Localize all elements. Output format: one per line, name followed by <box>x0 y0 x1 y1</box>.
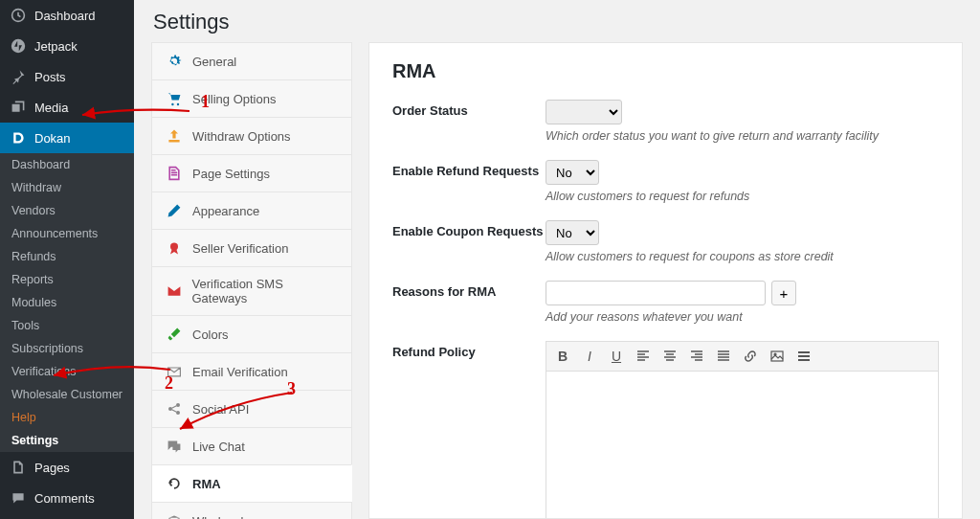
sub-refunds[interactable]: Refunds <box>0 245 134 268</box>
nav-jetpack[interactable]: Jetpack <box>0 31 134 61</box>
box-icon <box>166 512 183 519</box>
panel-heading: RMA <box>392 60 939 82</box>
tab-label: Colors <box>192 327 229 342</box>
bold-button[interactable]: B <box>552 346 573 367</box>
refund-policy-editor: B I U <box>546 341 939 519</box>
italic-button[interactable]: I <box>579 346 600 367</box>
tab-label: Selling Options <box>192 92 276 106</box>
sub-withdraw[interactable]: Withdraw <box>0 176 134 199</box>
tab-label: Email Verification <box>192 365 288 379</box>
sub-announcements[interactable]: Announcements <box>0 222 134 245</box>
svg-rect-10 <box>798 351 810 353</box>
page-icon <box>166 165 183 182</box>
tab-label: Verification SMS Gateways <box>192 277 339 305</box>
image-button[interactable] <box>767 346 788 367</box>
nav-label: Media <box>34 101 68 115</box>
coupon-desc: Allow customers to request for coupons a… <box>546 250 939 263</box>
tab-label: Withdraw Options <box>192 129 291 144</box>
chat-icon <box>166 438 183 455</box>
sub-modules[interactable]: Modules <box>0 291 134 314</box>
svg-point-7 <box>176 411 180 415</box>
dashboard-icon <box>10 7 27 24</box>
settings-panel: RMA Order Status Which order status you … <box>368 42 963 519</box>
cart-icon <box>166 90 183 107</box>
content-area: Settings General Selling Options Withdra… <box>134 0 980 519</box>
upload-icon <box>166 127 183 145</box>
tab-colors[interactable]: Colors <box>151 315 352 352</box>
sub-dashboard[interactable]: Dashboard <box>0 153 134 176</box>
sub-wholesale-customer[interactable]: Wholesale Customer <box>0 383 134 406</box>
sub-settings[interactable]: Settings <box>0 429 134 452</box>
svg-rect-11 <box>798 355 810 357</box>
align-center-button[interactable] <box>659 346 680 367</box>
nav-dokan[interactable]: Dokan <box>0 123 134 153</box>
order-status-select[interactable] <box>546 100 622 124</box>
settings-tabs: General Selling Options Withdraw Options… <box>151 42 352 519</box>
sub-reports[interactable]: Reports <box>0 268 134 291</box>
brush-icon <box>166 326 183 343</box>
tab-social-api[interactable]: Social API <box>151 390 352 427</box>
label-enable-coupon: Enable Coupon Requests <box>392 220 546 238</box>
align-right-button[interactable] <box>686 346 707 367</box>
share-icon <box>166 400 183 417</box>
nav-label: Dashboard <box>34 9 96 23</box>
nav-posts[interactable]: Posts <box>0 61 134 92</box>
sub-help[interactable]: Help <box>0 406 134 429</box>
tab-appearance[interactable]: Appearance <box>151 192 352 229</box>
refund-desc: Allow customers to request for refunds <box>546 190 939 203</box>
wp-admin-sidebar: Dashboard Jetpack Posts Media Dokan Dash… <box>0 0 134 519</box>
nav-dashboard[interactable]: Dashboard <box>0 0 134 31</box>
tab-withdraw[interactable]: Withdraw Options <box>151 117 352 154</box>
page-title: Settings <box>134 0 980 42</box>
align-justify-button[interactable] <box>713 346 734 367</box>
svg-point-1 <box>11 39 25 53</box>
label-refund-policy: Refund Policy <box>392 341 546 359</box>
sub-tools[interactable]: Tools <box>0 314 134 337</box>
nav-label: Dokan <box>34 131 71 146</box>
tab-rma[interactable]: RMA <box>151 464 352 502</box>
tab-label: Seller Verification <box>192 241 288 256</box>
tab-label: Social API <box>192 402 249 417</box>
dokan-submenu: Dashboard Withdraw Vendors Announcements… <box>0 153 134 452</box>
more-button[interactable] <box>793 346 814 367</box>
editor-body[interactable] <box>546 372 938 519</box>
tab-page[interactable]: Page Settings <box>151 154 352 192</box>
mail-icon <box>166 282 183 300</box>
enable-refund-select[interactable]: No <box>546 160 599 185</box>
tab-sms-gateway[interactable]: Verification SMS Gateways <box>151 266 352 315</box>
undo-icon <box>166 475 183 492</box>
nav-label: Comments <box>34 491 95 506</box>
nav-woocommerce[interactable]: wooWooCommerce <box>0 513 134 519</box>
add-reason-button[interactable]: + <box>771 281 796 305</box>
nav-label: Posts <box>34 70 66 84</box>
enable-coupon-select[interactable]: No <box>546 220 599 245</box>
editor-toolbar: B I U <box>546 342 938 372</box>
reason-input[interactable] <box>546 281 766 305</box>
underline-button[interactable]: U <box>606 346 627 367</box>
tab-label: Appearance <box>192 204 259 218</box>
tab-email-verification[interactable]: Email Verification <box>151 352 352 390</box>
pages-icon <box>10 459 27 476</box>
tab-label: RMA <box>192 477 221 491</box>
nav-media[interactable]: Media <box>0 92 134 123</box>
tab-selling[interactable]: Selling Options <box>151 79 352 117</box>
tab-live-chat[interactable]: Live Chat <box>151 427 352 464</box>
sub-subscriptions[interactable]: Subscriptions <box>0 337 134 360</box>
tab-seller-verification[interactable]: Seller Verification <box>151 229 352 266</box>
tab-label: Page Settings <box>192 167 270 181</box>
nav-pages[interactable]: Pages <box>0 452 134 483</box>
dokan-icon <box>10 129 27 147</box>
align-left-button[interactable] <box>633 346 654 367</box>
jetpack-icon <box>10 37 27 55</box>
gear-icon <box>166 53 183 70</box>
link-button[interactable] <box>740 346 761 367</box>
tab-general[interactable]: General <box>151 42 352 79</box>
label-enable-refund: Enable Refund Requests <box>392 160 546 178</box>
sub-verifications[interactable]: Verifications <box>0 360 134 383</box>
nav-comments[interactable]: Comments <box>0 483 134 513</box>
tab-label: Live Chat <box>192 440 245 454</box>
sub-vendors[interactable]: Vendors <box>0 199 134 222</box>
nav-label: Jetpack <box>34 39 78 54</box>
media-icon <box>10 99 27 116</box>
tab-wholesale[interactable]: Wholesale <box>151 502 352 519</box>
